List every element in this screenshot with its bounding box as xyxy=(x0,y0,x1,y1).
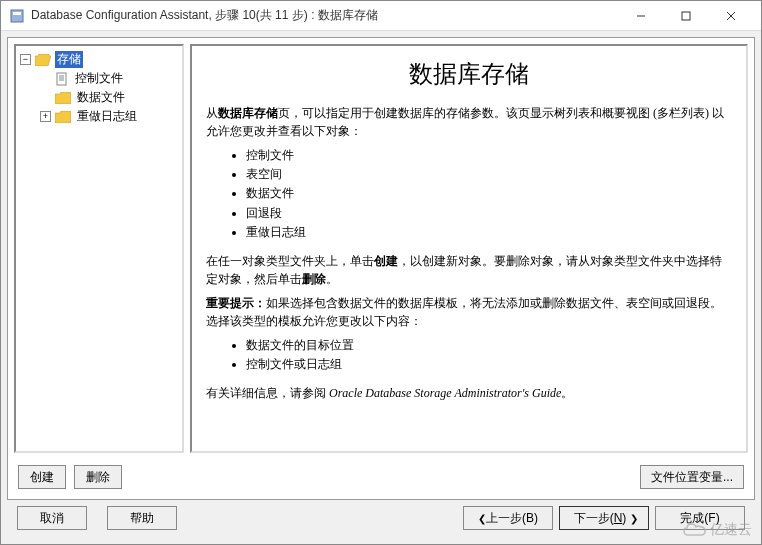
svg-rect-3 xyxy=(682,12,690,20)
file-location-vars-button[interactable]: 文件位置变量... xyxy=(640,465,744,489)
left-buttons: 创建 删除 xyxy=(18,465,122,489)
list-item: 重做日志组 xyxy=(246,223,732,242)
list-item: 回退段 xyxy=(246,204,732,223)
content-wrap: − 存储 控制文件 xyxy=(1,31,761,544)
help-button[interactable]: 帮助 xyxy=(107,506,177,530)
folder-open-icon xyxy=(35,54,51,66)
folder-icon xyxy=(55,111,71,123)
object-list: 控制文件 表空间 数据文件 回退段 重做日志组 xyxy=(246,146,732,242)
svg-rect-1 xyxy=(13,12,21,15)
next-button[interactable]: 下一步(N) ❯ xyxy=(559,506,649,530)
folder-icon xyxy=(55,92,71,104)
minimize-button[interactable] xyxy=(618,2,663,30)
page-title: 数据库存储 xyxy=(206,58,732,90)
close-button[interactable] xyxy=(708,2,753,30)
tree-node-root[interactable]: − 存储 xyxy=(18,50,180,69)
list-item: 数据文件 xyxy=(246,184,732,203)
back-button[interactable]: ❮ 上一步(B) xyxy=(463,506,553,530)
watermark: 亿速云 xyxy=(682,521,752,539)
middle-button-row: 创建 删除 文件位置变量... xyxy=(8,459,754,499)
document-icon xyxy=(55,72,69,86)
detail-panel: 数据库存储 从数据库存储页，可以指定用于创建数据库的存储参数。该页显示树列表和概… xyxy=(190,44,748,453)
list-item: 数据文件的目标位置 xyxy=(246,336,732,355)
more-info-paragraph: 有关详细信息，请参阅 Oracle Database Storage Admin… xyxy=(206,384,732,402)
cancel-button[interactable]: 取消 xyxy=(17,506,87,530)
create-delete-paragraph: 在任一对象类型文件夹上，单击创建，以创建新对象。要删除对象，请从对象类型文件夹中… xyxy=(206,252,732,288)
tree-label: 重做日志组 xyxy=(75,108,139,125)
app-icon xyxy=(9,8,25,24)
tree-label: 存储 xyxy=(55,51,83,68)
list-item: 表空间 xyxy=(246,165,732,184)
allowed-list: 数据文件的目标位置 控制文件或日志组 xyxy=(246,336,732,374)
window-controls xyxy=(618,2,753,30)
window: Database Configuration Assistant, 步骤 10(… xyxy=(0,0,762,545)
list-item: 控制文件 xyxy=(246,146,732,165)
expand-icon[interactable]: + xyxy=(40,111,51,122)
window-title: Database Configuration Assistant, 步骤 10(… xyxy=(31,7,618,24)
chevron-right-icon: ❯ xyxy=(630,513,634,524)
tree-label: 数据文件 xyxy=(75,89,127,106)
svg-rect-0 xyxy=(11,10,23,22)
intro-paragraph: 从数据库存储页，可以指定用于创建数据库的存储参数。该页显示树列表和概要视图 (多… xyxy=(206,104,732,140)
tree-label: 控制文件 xyxy=(73,70,125,87)
list-item: 控制文件或日志组 xyxy=(246,355,732,374)
cloud-icon xyxy=(682,521,708,539)
collapse-icon[interactable]: − xyxy=(20,54,31,65)
bottom-left-buttons: 取消 帮助 xyxy=(17,506,177,530)
wizard-buttons: 取消 帮助 ❮ 上一步(B) 下一步(N) ❯ 完成(F) xyxy=(7,500,755,538)
main-area: − 存储 控制文件 xyxy=(8,38,754,459)
create-button[interactable]: 创建 xyxy=(18,465,66,489)
delete-button[interactable]: 删除 xyxy=(74,465,122,489)
tree-node-control-files[interactable]: 控制文件 xyxy=(18,69,180,88)
svg-rect-6 xyxy=(57,73,66,85)
tree-panel[interactable]: − 存储 控制文件 xyxy=(14,44,184,453)
tree-node-datafiles[interactable]: 数据文件 xyxy=(18,88,180,107)
titlebar: Database Configuration Assistant, 步骤 10(… xyxy=(1,1,761,31)
chevron-left-icon: ❮ xyxy=(478,513,482,524)
tree-node-redo-log[interactable]: + 重做日志组 xyxy=(18,107,180,126)
important-note: 重要提示：如果选择包含数据文件的数据库模板，将无法添加或删除数据文件、表空间或回… xyxy=(206,294,732,330)
inner-panel: − 存储 控制文件 xyxy=(7,37,755,500)
maximize-button[interactable] xyxy=(663,2,708,30)
